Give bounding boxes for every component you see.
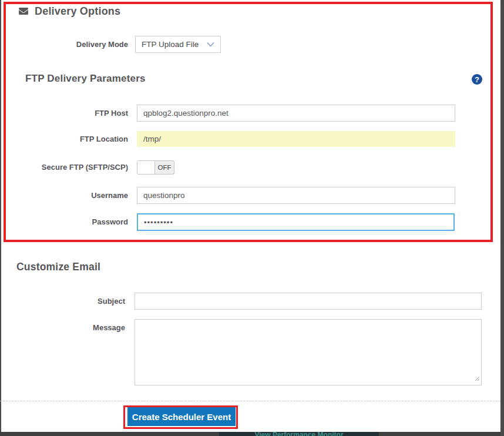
help-icon[interactable]: ? xyxy=(472,74,482,85)
window-right-edge xyxy=(500,0,504,436)
message-textarea[interactable] xyxy=(135,319,482,385)
ftp-host-input[interactable] xyxy=(137,105,455,122)
subject-label: Subject xyxy=(0,293,125,310)
ftp-location-label: FTP Location xyxy=(0,131,128,147)
delivery-mode-select[interactable]: FTP Upload File xyxy=(135,36,221,53)
username-input[interactable] xyxy=(137,187,455,204)
help-icon-glyph: ? xyxy=(475,75,479,84)
subject-input[interactable] xyxy=(135,293,482,310)
secure-ftp-toggle[interactable]: OFF xyxy=(137,160,174,175)
ftp-host-label: FTP Host xyxy=(0,105,128,122)
footer-bar: View Performance Monitor xyxy=(0,432,500,436)
clipped-footer-button[interactable]: View Performance Monitor xyxy=(219,432,379,436)
toggle-state-label: OFF xyxy=(155,161,174,174)
delivery-mode-selected-value: FTP Upload File xyxy=(142,40,199,49)
message-textarea-wrap xyxy=(135,319,482,385)
clipped-footer-button-label: View Performance Monitor xyxy=(219,432,379,436)
secure-ftp-label: Secure FTP (SFTP/SCP) xyxy=(0,160,128,175)
scheduler-form-page: Delivery Options Delivery Mode FTP Uploa… xyxy=(0,0,504,436)
ftp-parameters-heading: FTP Delivery Parameters xyxy=(25,73,146,85)
delivery-options-header: Delivery Options xyxy=(18,5,120,18)
annotation-button-box: Create Scheduler Event xyxy=(123,405,238,429)
ftp-location-input[interactable] xyxy=(137,131,455,147)
chevron-down-icon xyxy=(207,40,214,49)
username-label: Username xyxy=(0,187,128,204)
envelope-icon xyxy=(18,6,29,16)
message-label: Message xyxy=(0,323,125,333)
customize-email-heading: Customize Email xyxy=(16,261,100,273)
dashed-separator xyxy=(0,401,500,401)
page-title: Delivery Options xyxy=(35,5,120,18)
password-input[interactable] xyxy=(137,213,455,231)
delivery-mode-label: Delivery Mode xyxy=(0,36,128,53)
create-scheduler-event-button[interactable]: Create Scheduler Event xyxy=(127,407,236,426)
password-label: Password xyxy=(0,213,128,231)
toggle-knob xyxy=(137,161,155,174)
